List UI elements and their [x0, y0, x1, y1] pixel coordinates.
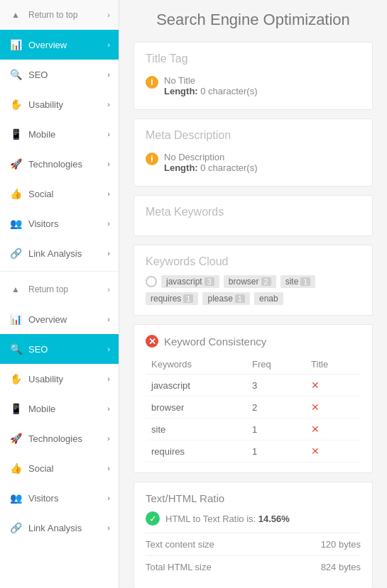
kw-cell-freq: 2	[246, 396, 305, 418]
kw-consistency-header: ✕ Keyword Consistency	[146, 335, 361, 348]
chevron-right-icon: ›	[107, 189, 110, 198]
sidebar-item-link-analysis[interactable]: 🔗 Link Analysis ›	[0, 238, 119, 268]
ratio-header: Text/HTML Ratio	[146, 492, 361, 504]
chevron-right-icon: ›	[107, 100, 110, 109]
ratio-row-html-size: Total HTML size 824 bytes	[146, 555, 361, 578]
kw-cell-keyword: site	[146, 418, 246, 440]
text-html-ratio-card: Text/HTML Ratio ✓ HTML to Text Ratio is:…	[133, 482, 373, 588]
kw-cell-title: ✕	[305, 396, 361, 418]
cross-icon: ✕	[311, 379, 320, 391]
cross-icon: ✕	[311, 423, 320, 435]
sidebar-overview-label-2: Overview	[28, 314, 67, 325]
keyword-consistency-card: ✕ Keyword Consistency Keywords Freq Titl…	[133, 324, 373, 473]
main-content: Search Engine Optimization Title Tag i N…	[119, 0, 387, 588]
keywords-cloud-card: Keywords Cloud javascript 3 browser 2 si…	[133, 245, 373, 316]
col-title: Title	[305, 355, 361, 375]
mobile-icon-2: 📱	[9, 401, 23, 416]
visitors-icon: 👥	[9, 216, 23, 231]
keywords-cloud-header: Keywords Cloud	[146, 255, 361, 268]
chevron-right-icon: ›	[107, 40, 110, 49]
sidebar-visitors-label-2: Visitors	[28, 493, 58, 504]
cloud-tag-enab: enab	[254, 292, 283, 305]
chevron-right-icon: ›	[107, 404, 110, 413]
meta-desc-info: No Description Length: 0 character(s)	[164, 152, 257, 173]
kw-cell-keyword: requires	[146, 440, 246, 462]
kw-cell-freq: 3	[246, 375, 305, 396]
sidebar-item-usability[interactable]: ✋ Usability ›	[0, 89, 119, 119]
keywords-cloud-row: javascript 3 browser 2 site 1 requires 1…	[146, 275, 361, 305]
sidebar-item-overview-2[interactable]: 📊 Overview ›	[0, 304, 119, 334]
chevron-right-icon: ›	[107, 285, 110, 294]
overview-icon-2: 📊	[9, 312, 23, 326]
return-to-top-button-2[interactable]: ▲ Return top ›	[0, 274, 119, 304]
chevron-right-icon: ›	[107, 160, 110, 168]
sidebar-social-label: Social	[28, 189, 53, 199]
cross-icon: ✕	[311, 401, 320, 413]
sidebar-item-usability-2[interactable]: ✋ Usability ›	[0, 364, 119, 394]
sidebar-item-social-2[interactable]: 👍 Social ›	[0, 453, 119, 483]
sidebar-item-visitors[interactable]: 👥 Visitors ›	[0, 209, 119, 238]
sidebar-social-label-2: Social	[28, 463, 53, 474]
meta-keywords-header: Meta Keywords	[146, 206, 361, 218]
ratio-success-row: ✓ HTML to Text Ratio is: 14.56%	[146, 511, 361, 526]
cloud-dot-icon	[146, 276, 157, 287]
visitors-icon-2: 👥	[9, 491, 23, 505]
col-freq: Freq	[246, 355, 305, 375]
title-tag-length: Length: Length: 0 character(s)0 characte…	[164, 86, 257, 96]
tech-icon-2: 🚀	[9, 431, 23, 445]
cloud-tag-requires: requires 1	[146, 292, 198, 305]
sidebar-item-mobile[interactable]: 📱 Mobile ›	[0, 119, 119, 149]
sidebar-mobile-label-2: Mobile	[28, 404, 55, 414]
sidebar-link-label: Link Analysis	[28, 248, 82, 259]
chevron-right-icon: ›	[107, 219, 110, 228]
overview-icon: 📊	[9, 38, 23, 52]
technologies-icon: 🚀	[9, 157, 23, 171]
sidebar-tech-label: Technologies	[28, 159, 82, 170]
meta-desc-length: Length: 0 character(s)	[164, 162, 257, 173]
meta-description-card: Meta Description i No Description Length…	[133, 118, 373, 187]
warn-icon-2: i	[146, 152, 158, 165]
sidebar-item-mobile-2[interactable]: 📱 Mobile ›	[0, 394, 119, 423]
sidebar-item-technologies[interactable]: 🚀 Technologies ›	[0, 149, 119, 179]
sidebar-item-seo-2[interactable]: 🔍 SEO ›	[0, 334, 119, 364]
table-row: browser 2 ✕	[146, 396, 361, 418]
cloud-tag-javascript: javascript 3	[161, 275, 219, 288]
table-row: requires 1 ✕	[146, 440, 361, 462]
error-icon: ✕	[146, 335, 158, 348]
chevron-right-icon: ›	[107, 434, 110, 443]
kw-cell-title: ✕	[305, 418, 361, 440]
chevron-right-icon: ›	[107, 375, 110, 383]
sidebar-item-visitors-2[interactable]: 👥 Visitors ›	[0, 483, 119, 513]
ratio-text: HTML to Text Ratio is: 14.56%	[165, 514, 290, 524]
warn-icon: i	[146, 76, 158, 89]
arrow-up-icon: ▲	[9, 8, 23, 22]
table-row: site 1 ✕	[146, 418, 361, 440]
link-icon: 🔗	[9, 246, 23, 260]
sidebar-mobile-label: Mobile	[28, 129, 55, 140]
meta-desc-info-row: i No Description Length: 0 character(s)	[146, 149, 361, 176]
sidebar-item-social[interactable]: 👍 Social ›	[0, 179, 119, 209]
link-icon-2: 🔗	[9, 521, 23, 535]
no-description-label: No Description	[164, 152, 257, 162]
kw-cell-keyword: browser	[146, 396, 246, 418]
sidebar-item-seo[interactable]: 🔍 SEO ›	[0, 60, 119, 89]
social-icon-2: 👍	[9, 461, 23, 475]
kw-cell-keyword: javascript	[146, 375, 246, 396]
title-tag-card: Title Tag i No Title Length: Length: 0 c…	[133, 42, 373, 110]
sidebar: ▲ Return to top › 📊 Overview › 🔍 SEO › ✋…	[0, 0, 119, 588]
sidebar-seo-label-2: SEO	[28, 344, 48, 355]
chevron-right-icon: ›	[107, 345, 110, 353]
cloud-tag-please: please 1	[202, 292, 250, 305]
sidebar-tech-label-2: Technologies	[28, 433, 82, 444]
sidebar-link-label-2: Link Analysis	[28, 523, 82, 533]
seo-icon: 🔍	[9, 67, 23, 82]
cloud-tag-browser: browser 2	[224, 275, 276, 288]
sidebar-item-tech-2[interactable]: 🚀 Technologies ›	[0, 423, 119, 453]
sidebar-item-link-2[interactable]: 🔗 Link Analysis ›	[0, 513, 119, 543]
cloud-tag-site: site 1	[280, 275, 316, 288]
sidebar-usability-label-2: Usability	[28, 374, 63, 384]
sidebar-item-overview[interactable]: 📊 Overview ›	[0, 30, 119, 60]
kw-cell-freq: 1	[246, 418, 305, 440]
return-to-top-button[interactable]: ▲ Return to top ›	[0, 0, 119, 30]
table-row: javascript 3 ✕	[146, 375, 361, 396]
